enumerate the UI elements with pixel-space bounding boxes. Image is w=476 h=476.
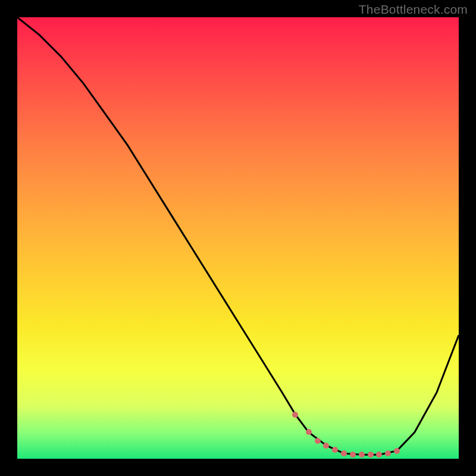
highlight-dot [315, 438, 321, 444]
highlight-dot [359, 452, 365, 458]
highlight-dot [376, 452, 382, 458]
watermark-text: TheBottleneck.com [359, 2, 468, 17]
chart-plot-area [17, 17, 459, 459]
highlight-dot [350, 452, 356, 458]
highlight-dot [394, 448, 400, 454]
highlight-dot [292, 412, 298, 418]
highlight-dot [332, 447, 338, 453]
highlight-dot [323, 443, 329, 449]
highlight-dot [341, 450, 347, 456]
highlight-dot [385, 450, 391, 456]
highlight-dot [368, 452, 374, 458]
highlight-markers [17, 17, 459, 459]
highlight-dot [306, 429, 312, 435]
